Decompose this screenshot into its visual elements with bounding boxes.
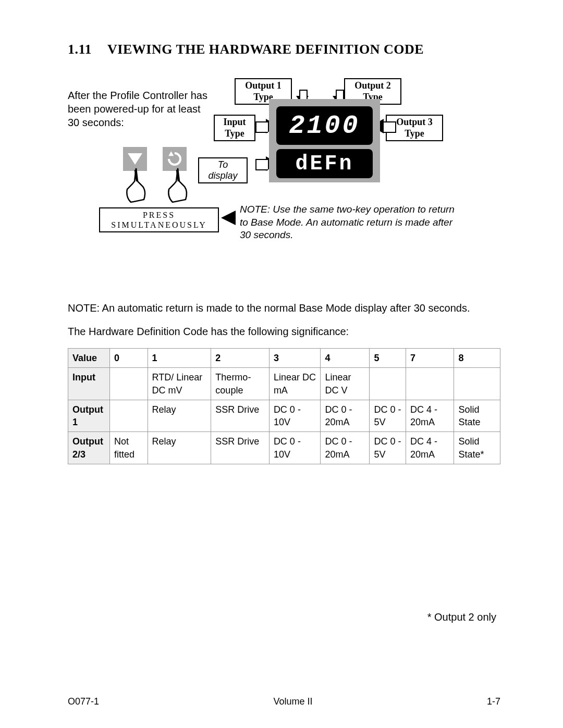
cell <box>454 368 500 400</box>
cell: Thermo-couple <box>211 368 270 400</box>
footer-left: O077-1 <box>68 696 99 707</box>
cell: DC 0 - 10V <box>269 400 321 432</box>
row-label: Input <box>68 368 110 400</box>
row-label: Output 1 <box>68 400 110 432</box>
cell: Linear DC V <box>321 368 370 400</box>
footer-right: 1-7 <box>487 696 500 707</box>
table-row: Output 1 Relay SSR Drive DC 0 - 10V DC 0… <box>68 400 500 432</box>
display-panel-top: 2100 <box>276 106 373 145</box>
hdr-1: 1 <box>148 349 211 368</box>
cell: DC 0 - 5V <box>370 432 406 464</box>
hdr-7: 7 <box>406 349 454 368</box>
hdr-4: 4 <box>321 349 370 368</box>
cell: Solid State <box>454 400 500 432</box>
display-value-bottom: dEFn <box>276 149 373 178</box>
cell: DC 0 - 20mA <box>321 432 370 464</box>
cell <box>110 400 148 432</box>
hand-icon <box>160 166 196 207</box>
cell: DC 0 - 10V <box>269 432 321 464</box>
table-row: Input RTD/ Linear DC mV Thermo-couple Li… <box>68 368 500 400</box>
triangle-down-icon <box>128 153 142 165</box>
hdr-8: 8 <box>454 349 500 368</box>
note-inline: NOTE: Use the same two-key operation to … <box>240 203 464 242</box>
row-label: Output 2/3 <box>68 432 110 464</box>
cell: SSR Drive <box>211 432 270 464</box>
cell <box>110 368 148 400</box>
triangle-left-icon <box>221 211 236 225</box>
hdr-2: 2 <box>211 349 270 368</box>
significance-text: The Hardware Definition Code has the fol… <box>68 325 500 339</box>
diagram: Output 1 Type Output 2 Type Input Type O… <box>68 73 500 245</box>
section-heading: 1.11 VIEWING THE HARDWARE DEFINITION COD… <box>68 42 500 57</box>
cell: Relay <box>148 432 211 464</box>
footer-center: Volume II <box>273 696 312 707</box>
hands-illustration <box>118 166 201 207</box>
cell: Not fitted <box>110 432 148 464</box>
cell: RTD/ Linear DC mV <box>148 368 211 400</box>
label-input-type: Input Type <box>214 115 255 141</box>
hdr-3: 3 <box>269 349 321 368</box>
page-footer: O077-1 Volume II 1-7 <box>68 696 500 707</box>
table-header-row: Value 0 1 2 3 4 5 7 8 <box>68 349 500 368</box>
section-title: VIEWING THE HARDWARE DEFINITION CODE <box>107 42 424 57</box>
definition-table: Value 0 1 2 3 4 5 7 8 Input RTD/ Linear … <box>68 348 500 464</box>
controller-display: 2100 dEFn <box>269 99 380 182</box>
cell <box>370 368 406 400</box>
display-panel-bottom: dEFn <box>276 149 373 178</box>
cell: Relay <box>148 400 211 432</box>
hdr-5: 5 <box>370 349 406 368</box>
cell: DC 0 - 5V <box>370 400 406 432</box>
cell: Linear DC mA <box>269 368 321 400</box>
hdr-0: 0 <box>110 349 148 368</box>
cell: DC 4 - 20mA <box>406 432 454 464</box>
press-simultaneously-label: PRESS SIMULTANEOUSLY <box>99 207 219 232</box>
cell: Solid State* <box>454 432 500 464</box>
cell <box>406 368 454 400</box>
label-to-display: To display <box>198 157 248 183</box>
cell: DC 4 - 20mA <box>406 400 454 432</box>
hdr-value: Value <box>68 349 110 368</box>
hand-icon <box>118 166 154 207</box>
cell: SSR Drive <box>211 400 270 432</box>
cell: DC 0 - 20mA <box>321 400 370 432</box>
table-row: Output 2/3 Not fitted Relay SSR Drive DC… <box>68 432 500 464</box>
section-number: 1.11 <box>68 42 92 57</box>
footnote: * Output 2 only <box>68 610 500 624</box>
note-body: NOTE: An automatic return is made to the… <box>68 301 500 315</box>
display-value-top: 2100 <box>276 106 373 145</box>
